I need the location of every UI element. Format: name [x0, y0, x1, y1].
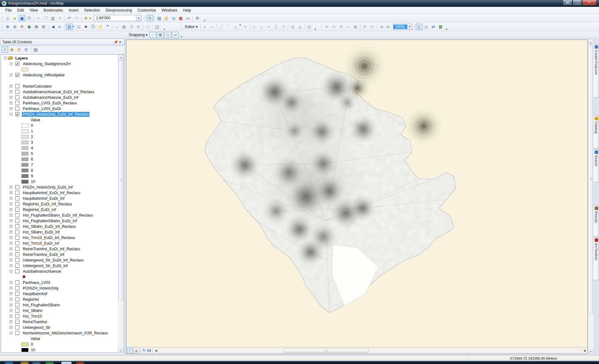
print-button[interactable]: ⎙: [26, 15, 32, 21]
toc-layer-row[interactable]: + Hst_FlughafenSBahn_EuDi_Inf_Reclass: [1, 213, 124, 218]
tab-search[interactable]: Search: [594, 149, 599, 182]
menu-view[interactable]: View: [27, 7, 41, 13]
editor-overflow-icon[interactable]: ▼: [313, 28, 318, 31]
expand-icon[interactable]: +: [10, 304, 12, 306]
map-scroll-down-icon[interactable]: ▼: [588, 349, 593, 354]
layer-name[interactable]: PISZH_HotelsOnly_EuDi_Inf_Reclass: [22, 112, 89, 117]
expand-icon[interactable]: +: [10, 219, 12, 222]
layer-name[interactable]: RegioHst_EuDi_Inf: [22, 208, 56, 212]
layer-name[interactable]: Hst_SBahn_EuDi_Inf: [22, 230, 60, 234]
legend-item-row[interactable]: 9: [1, 173, 124, 179]
attributes-button[interactable]: ▤: [290, 24, 296, 30]
list-by-visibility-button[interactable]: ≣: [16, 46, 22, 53]
copy-button[interactable]: ❐: [42, 15, 49, 21]
layer-visibility-checkbox[interactable]: [15, 241, 19, 245]
layer-name[interactable]: Hst_FlughafenSBahn: [22, 303, 61, 307]
fixed-zoom-in-button[interactable]: ⊞: [33, 24, 40, 30]
data-driven-pages-refresh[interactable]: ⇄: [430, 24, 437, 30]
layer-visibility-checkbox[interactable]: [15, 208, 19, 212]
legend-item-row[interactable]: 1: [1, 128, 124, 134]
menu-edit[interactable]: Edit: [14, 7, 27, 13]
expand-icon[interactable]: +: [10, 242, 12, 245]
snapping-menu-button[interactable]: Snapping ▾: [127, 32, 149, 38]
edge-snapping-toggle[interactable]: ▱: [172, 32, 179, 38]
expand-icon[interactable]: +: [10, 326, 12, 329]
tab-results[interactable]: Results: [594, 205, 599, 237]
layer-name[interactable]: Parkhaus_LV03: [22, 280, 51, 285]
expand-icon[interactable]: +: [10, 287, 12, 290]
toc-layer-row[interactable]: + Hst_SBahn_EuDi_Inf_Reclass: [1, 224, 124, 229]
taskbar-icon[interactable]: [21, 362, 29, 364]
layout-pan-tool[interactable]: ✜: [338, 24, 344, 30]
paste-button[interactable]: ▥: [50, 15, 56, 21]
layer-name[interactable]: Hst_FlughafenSBahn_EuDi_Inf: [22, 219, 78, 223]
layout-zoom-out-tool[interactable]: ⊖: [331, 24, 337, 30]
scale-dropdown-icon[interactable]: ▼: [136, 15, 141, 21]
legend-item-row[interactable]: 0: [1, 342, 124, 347]
layer-name[interactable]: Hauptbahnhof_EuDi_Inf_Reclass: [22, 191, 81, 195]
redo-button[interactable]: ↷: [73, 15, 80, 21]
minimize-button[interactable]: ▬: [563, 0, 572, 5]
toc-layer-row[interactable]: + Hst_Trm10: [1, 314, 124, 319]
layer-name[interactable]: RegioHst: [22, 297, 39, 302]
windows-taskbar[interactable]: [0, 361, 599, 364]
layer-name[interactable]: ReineTramhst: [22, 320, 48, 324]
toc-layer-row[interactable]: + Hst_SBahn_EuDi_Inf: [1, 229, 124, 235]
toc-layer-row[interactable]: + Hauptbahnhof_EuDi_Inf: [1, 196, 124, 201]
trace-tool[interactable]: △: [233, 24, 239, 30]
restore-button[interactable]: ❐: [572, 0, 582, 5]
map-v-scrollbar[interactable]: ▲ ▼: [588, 40, 593, 354]
layout-go-forward-extent[interactable]: ▶: [385, 24, 392, 30]
pin-icon[interactable]: 📌: [114, 40, 118, 44]
layer-visibility-checkbox[interactable]: [15, 213, 19, 217]
cut-button[interactable]: ✂: [35, 15, 42, 21]
table-of-contents-window-button[interactable]: ▤: [156, 15, 163, 21]
toc-options-button[interactable]: ▤: [32, 46, 39, 53]
map-h-scroll-thumb[interactable]: [284, 348, 368, 353]
toc-scroll-up-icon[interactable]: ▲: [119, 55, 123, 60]
layer-visibility-checkbox[interactable]: [15, 314, 19, 318]
layer-visibility-checkbox[interactable]: [15, 101, 19, 105]
layer-name[interactable]: ReineTramhst_EuDi_Inf_Reclass: [22, 247, 81, 251]
toc-layer-row[interactable]: + ReineTramhst_EuDi_Inf: [1, 252, 124, 257]
toc-layer-row[interactable]: + POISZH_HotelsOnly: [1, 285, 124, 291]
layer-visibility-checkbox[interactable]: [15, 286, 19, 290]
go-to-xy-button[interactable]: ⊹: [135, 24, 142, 30]
toc-layer-row[interactable]: + Parkhaus_LV03_EuDi_Reclass: [1, 100, 124, 106]
layer-name[interactable]: Hst_Trm10: [22, 314, 42, 318]
expand-icon[interactable]: +: [10, 203, 12, 205]
layout-overflow-icon[interactable]: ▼: [444, 28, 449, 31]
tab-arctoolbox[interactable]: ArcToolbox: [594, 237, 599, 280]
expand-icon[interactable]: +: [10, 107, 12, 110]
new-document-button[interactable]: ▯: [4, 15, 11, 21]
layout-fixed-zoom-in[interactable]: ⊞: [362, 24, 368, 30]
layer-name[interactable]: Autobahnanschluesse_EuDi_Inf_Reclass: [22, 90, 95, 94]
measure-tool[interactable]: ↔: [114, 24, 120, 30]
layer-visibility-checkbox[interactable]: [15, 331, 19, 335]
layout-go-back-extent[interactable]: ◀: [378, 24, 385, 30]
expand-icon[interactable]: +: [10, 90, 12, 93]
toc-layer-row[interactable]: + PISZH_HotelsOnly_EuDi_Inf: [1, 184, 124, 190]
toolbar-overflow-icon[interactable]: ▼: [202, 19, 207, 22]
expand-icon[interactable]: +: [10, 191, 12, 194]
toc-layer-row[interactable]: + Hst_SBahn: [1, 308, 124, 314]
fixed-zoom-out-button[interactable]: ⊟: [40, 24, 47, 30]
layer-name[interactable]: Hst_SBahn: [22, 309, 43, 313]
point-snapping-toggle[interactable]: ◌: [149, 32, 156, 38]
open-document-button[interactable]: ▰: [12, 15, 18, 21]
layout-fixed-zoom-out[interactable]: ⊟: [369, 24, 375, 30]
layer-name[interactable]: Uebergeord_Str_EuDi_Inf_Reclass: [22, 258, 84, 262]
toc-scroll-thumb[interactable]: [119, 60, 123, 300]
toc-layer-row[interactable]: + Parkhaus_LV03: [1, 280, 124, 285]
straight-segment-tool[interactable]: ╱: [218, 24, 225, 30]
layer-name[interactable]: Nichtwohnzone_MitZwischenraum_P2R_Reclas…: [22, 331, 109, 335]
layer-visibility-checkbox[interactable]: [15, 320, 19, 324]
dropdown-icon[interactable]: ▼: [239, 24, 242, 30]
identify-tool[interactable]: ⓘ: [90, 24, 96, 30]
tab-create-features[interactable]: Create Features: [594, 44, 599, 98]
layer-name[interactable]: Hst_Trm10_EuDi_Inf_Reclass: [22, 236, 76, 240]
toc-layer-row[interactable]: + Hauptbahnhof: [1, 291, 124, 297]
layer-visibility-checkbox[interactable]: [15, 309, 19, 313]
editor-menu-button[interactable]: Editor ▾: [183, 24, 199, 30]
edit-annotation-tool[interactable]: ▹: [209, 24, 216, 30]
